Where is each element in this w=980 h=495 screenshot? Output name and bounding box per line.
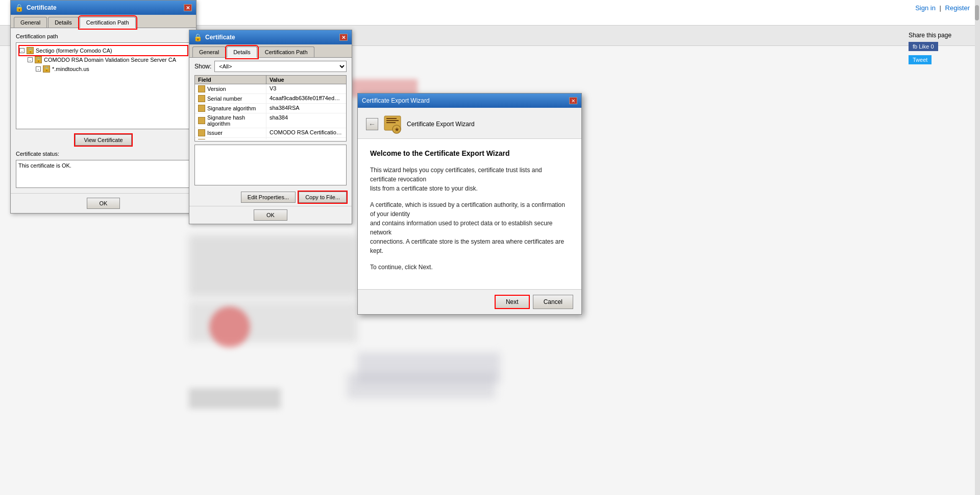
share-label: Share this page: [909, 32, 970, 39]
row-field-4: Issuer: [195, 128, 266, 137]
register-link[interactable]: Register: [945, 4, 970, 12]
cert-status-label: Certificate status:: [16, 151, 191, 157]
col-header-value: Value: [266, 76, 346, 84]
dialog-1-ok-button[interactable]: OK: [87, 198, 120, 209]
col-header-field: Field: [195, 76, 266, 84]
dialog-1-close-button[interactable]: ✕: [184, 4, 192, 11]
row-value-1: 4caaf9cadb636fe01ff74ed85b...: [266, 94, 346, 103]
cert-icon-root: 🔒: [27, 47, 34, 54]
tree-child2-item[interactable]: - 🔒 *.mindtouch.us: [36, 64, 187, 74]
row-value-4: COMODO RSA Certification Au...: [266, 128, 346, 137]
cert-status-box: This certificate is OK.: [16, 160, 191, 188]
cert-path-section-label: Certification path: [16, 33, 191, 39]
details-table-header: Field Value: [195, 76, 346, 84]
blurred-red-circle: [209, 307, 250, 347]
table-row: Valid from segunda-feira, 18 de janeiro …: [195, 138, 346, 139]
blurred-products: [189, 388, 281, 409]
wizard-title-label: Certificate Export Wizard: [362, 97, 430, 104]
edit-properties-button[interactable]: Edit Properties...: [241, 192, 296, 203]
tree-root-item[interactable]: - 🔒 Sectigo (formerly Comodo CA): [19, 46, 187, 55]
tab-general-1[interactable]: General: [14, 17, 47, 28]
share-panel: Share this page fb Like 0 Tweet: [909, 32, 970, 64]
field-icon-3: [198, 117, 205, 124]
tab-details-1[interactable]: Details: [48, 17, 79, 28]
table-row: Version V3: [195, 84, 346, 94]
show-select[interactable]: <All>: [214, 61, 347, 72]
table-row: Serial number 4caaf9cadb636fe01ff74ed85b…: [195, 94, 346, 104]
tab-details-2[interactable]: Details: [227, 46, 257, 58]
tab-general-2[interactable]: General: [192, 46, 226, 57]
details-buttons: Edit Properties... Copy to File...: [189, 188, 352, 206]
show-row: Show: <All>: [189, 58, 352, 75]
tab-certification-path-1[interactable]: Certification Path: [80, 17, 136, 28]
sign-in-area: Sign in | Register: [915, 4, 970, 12]
tree-expand-icon-1: -: [28, 57, 33, 62]
dialog-2-ok-button[interactable]: OK: [254, 209, 287, 221]
wizard-para-1: This wizard helps you copy certificates,…: [370, 166, 569, 193]
row-value-3: sha384: [266, 113, 346, 128]
cancel-button[interactable]: Cancel: [533, 295, 573, 309]
cert-icon-child2: 🔒: [43, 65, 50, 73]
blurred-bottom-content-2: [347, 373, 495, 398]
wizard-para-2: A certificate, which is issued by a cert…: [370, 200, 569, 255]
row-value-5: segunda-feira, 18 de janeiro d...: [266, 138, 346, 139]
wizard-body: Welcome to the Certificate Export Wizard…: [358, 139, 581, 289]
row-value-2: sha384RSA: [266, 104, 346, 113]
cert-status-section: Certificate status: This certificate is …: [16, 151, 191, 188]
field-icon-5: [198, 139, 205, 139]
field-icon-1: [198, 95, 205, 102]
dialog-1-title: Certificate: [27, 4, 57, 11]
scrollbar[interactable]: [975, 0, 980, 495]
dialog-2-footer: OK: [189, 206, 352, 224]
view-certificate-button[interactable]: View Certificate: [75, 134, 131, 146]
dialog-1-tabs: General Details Certification Path: [11, 15, 196, 28]
row-field-0: Version: [195, 84, 266, 93]
show-label: Show:: [194, 63, 211, 70]
tab-certification-path-2[interactable]: Certification Path: [258, 46, 314, 57]
dialog-2-titlebar: 🔒 Certificate ✕: [189, 30, 352, 44]
dialog-2-close-button[interactable]: ✕: [339, 34, 348, 41]
wizard-header-title: Certificate Export Wizard: [407, 121, 475, 128]
details-preview-area: [194, 145, 347, 185]
svg-rect-2: [386, 120, 399, 121]
cert-icon-1: 🔒: [15, 4, 23, 12]
next-button[interactable]: Next: [495, 295, 530, 309]
scrollbar-thumb: [975, 5, 979, 20]
row-field-2: Signature algorithm: [195, 104, 266, 113]
wizard-para-3: To continue, click Next.: [370, 263, 569, 272]
copy-to-file-button[interactable]: Copy to File...: [299, 192, 347, 203]
field-icon-2: [198, 105, 205, 112]
dialog-1-titlebar: 🔒 Certificate ✕: [11, 1, 196, 15]
wizard-back-button[interactable]: ←: [366, 118, 378, 130]
sign-in-link[interactable]: Sign in: [915, 4, 936, 12]
field-icon-0: [198, 85, 205, 92]
like-button[interactable]: fb Like 0: [909, 42, 938, 51]
tree-expand-icon-2: -: [36, 66, 41, 72]
svg-rect-3: [386, 122, 396, 123]
dialog-1-footer: OK: [11, 193, 196, 213]
field-icon-4: [198, 129, 205, 136]
cert-icon-child1: 🔒: [35, 56, 42, 63]
tree-expand-icon: -: [19, 48, 24, 53]
tree-root-label: Sectigo (formerly Comodo CA): [36, 48, 112, 54]
row-value-0: V3: [266, 84, 346, 93]
wizard-main-title: Welcome to the Certificate Export Wizard: [370, 149, 569, 157]
details-table-body[interactable]: Version V3 Serial number 4caaf9cadb636fe…: [195, 84, 346, 139]
dialog-1-content: Certification path - 🔒 Sectigo (formerly…: [11, 28, 196, 193]
cert-tree-box: - 🔒 Sectigo (formerly Comodo CA) - 🔒 COM…: [16, 42, 191, 129]
table-row: Issuer COMODO RSA Certification Au...: [195, 128, 346, 138]
row-field-5: Valid from: [195, 138, 266, 139]
tree-child1-item[interactable]: - 🔒 COMODO RSA Domain Validation Secure …: [28, 55, 187, 64]
tweet-button[interactable]: Tweet: [909, 55, 932, 64]
row-field-1: Serial number: [195, 94, 266, 103]
wizard-footer: Next Cancel: [358, 289, 581, 314]
certificate-dialog-1: 🔒 Certificate ✕ General Details Certific…: [10, 0, 197, 214]
table-row: Signature hash algorithm sha384: [195, 113, 346, 128]
row-field-3: Signature hash algorithm: [195, 113, 266, 128]
svg-text:★: ★: [395, 127, 400, 132]
blurred-content-area-1: [189, 235, 357, 296]
wizard-cert-icon: ★: [382, 114, 403, 134]
tree-child2-label: *.mindtouch.us: [52, 66, 89, 72]
dialog-2-tabs: General Details Certification Path: [189, 44, 352, 58]
wizard-close-button[interactable]: ✕: [569, 97, 577, 104]
